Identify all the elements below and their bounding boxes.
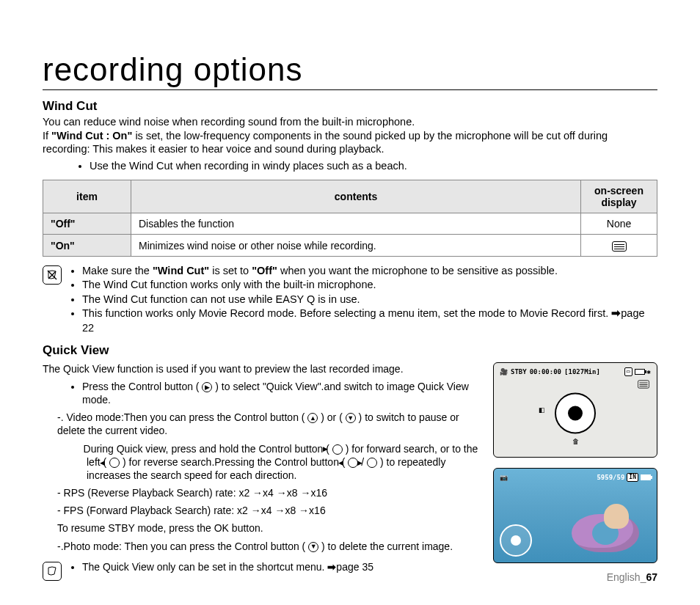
footer-lang: English <box>607 571 641 583</box>
qv-search: During Quick view, press and hold the Co… <box>72 442 480 483</box>
mode-icon: ◧ <box>539 406 545 414</box>
arrow-icon: ➡ <box>327 561 336 573</box>
text: Press the Control button ( <box>82 381 202 392</box>
text: page 35 <box>336 561 373 573</box>
down-icon: ▼ <box>308 542 318 552</box>
control-dial <box>555 392 596 433</box>
text: ) or ( <box>318 411 345 423</box>
remain-label: [1027Min] <box>564 368 600 375</box>
text-bold: "Off" <box>252 265 277 276</box>
qv-photo-mode: -.Photo mode: Then you can press the Con… <box>57 540 480 553</box>
table-row: "On" Minimizes wind noise or other noise… <box>43 235 657 256</box>
text: This function works only Movie Record mo… <box>82 307 611 319</box>
qv-rps: - RPS (Reverse Playback Search) rate: x2… <box>57 486 480 499</box>
page-footer: English_67 <box>607 571 657 583</box>
arrow-icon: ➡ <box>611 307 621 319</box>
cell-display <box>581 235 657 256</box>
cell-display: None <box>581 213 657 235</box>
note-icon <box>43 562 62 581</box>
card-icon: ▭ <box>624 367 632 376</box>
cell-contents: Minimizes wind noise or other noise whil… <box>131 235 581 256</box>
text-bold: "Wind Cut" <box>153 265 209 276</box>
qv-intro: The Quick View function is used if you w… <box>43 362 480 375</box>
quick-view-body: The Quick View function is used if you w… <box>43 362 480 581</box>
wind-cut-icon <box>612 241 627 252</box>
camera-icon: 🎥 <box>500 368 508 375</box>
table-row: "Off" Disables the function None <box>43 213 657 235</box>
stby-label: STBY <box>511 368 527 375</box>
down-icon: ▼ <box>346 413 356 423</box>
text: If <box>43 130 51 142</box>
text: ) for reverse search.Pressing the Contro… <box>120 456 348 468</box>
th-contents: contents <box>131 180 581 213</box>
flash-icon: ✱ <box>647 368 651 375</box>
counter-label: 5959/59 <box>597 474 624 481</box>
wind-cut-heading: Wind Cut <box>43 99 657 114</box>
text: -. Video mode:Then you can press the Con… <box>57 411 307 423</box>
wind-cut-table: item contents on-screen display "Off" Di… <box>43 180 657 256</box>
text: ) to delete the current image. <box>318 540 453 552</box>
th-item: item <box>43 180 131 213</box>
cell-contents: Disables the function <box>131 213 581 235</box>
quick-view-heading: Quick View <box>43 343 657 358</box>
note-icon <box>43 265 62 285</box>
th-display: on-screen display <box>581 180 657 213</box>
list-item: Use the Wind Cut when recording in windy… <box>90 159 657 173</box>
figure-photo-screen: 📷 5959/59 IN <box>493 468 657 563</box>
text: During Quick view, press and hold the Co… <box>84 443 332 455</box>
wind-cut-bullets: Use the Wind Cut when recording in windy… <box>79 159 657 173</box>
figures: 🎥 STBY 00:00:00 [1027Min] ▭ ✱ ◧ 🗑 <box>493 362 657 581</box>
up-icon: ▲ <box>307 413 318 423</box>
text: -.Photo mode: Then you can press the Con… <box>57 540 308 552</box>
right-icon: ▶ <box>202 382 212 392</box>
text: The Quick View only can be set in the sh… <box>82 561 327 573</box>
right-icon: ▶ <box>367 458 377 468</box>
text: is set to <box>209 265 252 276</box>
wind-cut-intro1: You can reduce wind noise when recording… <box>43 115 657 129</box>
right-icon: ▶ <box>332 444 343 455</box>
list-item: Make sure the "Wind Cut" is set to "Off"… <box>82 264 657 279</box>
list-item: Press the Control button ( ▶ ) to select… <box>82 380 480 406</box>
camera-icon: 📷 <box>500 474 508 481</box>
page-title: recording options <box>43 51 657 90</box>
person <box>604 504 629 529</box>
left-icon: ◀ <box>109 458 120 468</box>
battery-icon <box>635 369 645 375</box>
cell-item: "Off" <box>43 213 131 235</box>
text: Make sure the <box>82 265 153 276</box>
qv-fps: - FPS (Forward Playback Search) rate: x2… <box>57 504 480 517</box>
text: when you want the microphone to be sensi… <box>277 265 558 276</box>
trash-icon: 🗑 <box>572 438 579 445</box>
qv-resume: To resume STBY mode, press the OK button… <box>57 521 480 535</box>
cell-item: "On" <box>43 235 131 256</box>
wind-cut-intro2: If "Wind Cut : On" is set, the low-frequ… <box>43 129 657 156</box>
wind-cut-notes: Make sure the "Wind Cut" is set to "Off"… <box>43 264 657 336</box>
list-item: The Wind Cut function works only with th… <box>82 278 657 293</box>
text-bold: "Wind Cut : On" <box>51 130 132 142</box>
list-item: The Quick View only can be set in the sh… <box>82 560 480 573</box>
in-badge: IN <box>627 473 638 482</box>
list-item: This function works only Movie Record mo… <box>82 307 657 335</box>
control-dial <box>500 524 532 557</box>
wind-cut-icon <box>638 380 649 388</box>
qv-video-mode: -. Video mode:Then you can press the Con… <box>57 411 480 437</box>
figure-stby-screen: 🎥 STBY 00:00:00 [1027Min] ▭ ✱ ◧ 🗑 <box>493 362 657 458</box>
footer-page-number: 67 <box>646 571 657 583</box>
time-label: 00:00:00 <box>530 368 561 375</box>
list-item: The Wind Cut function can not use while … <box>82 293 657 307</box>
battery-icon <box>641 474 651 480</box>
